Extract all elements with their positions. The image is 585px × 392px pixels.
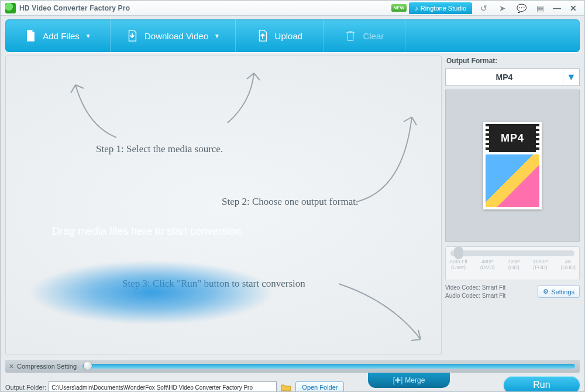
merge-button[interactable]: [✚] Merge xyxy=(368,373,450,388)
compression-thumb[interactable] xyxy=(84,362,92,370)
arrow-icon xyxy=(350,108,432,208)
new-badge: NEW xyxy=(391,4,407,12)
clear-label: Clear xyxy=(363,31,384,41)
merge-icon: [✚] xyxy=(393,376,403,384)
gear-icon: ⚙ xyxy=(543,288,549,295)
send-icon[interactable]: ➤ xyxy=(498,4,507,13)
add-files-label: Add Files xyxy=(43,31,80,41)
add-file-icon xyxy=(24,29,37,42)
drag-hint-text: Drag media files here to start conversio… xyxy=(52,225,241,238)
output-format-title: Output Format: xyxy=(445,56,580,68)
merge-label: Merge xyxy=(405,376,425,384)
mp4-thumbnail: MP4 xyxy=(483,122,542,209)
resolution-labels: Auto Fit(User) 480P(DVD) 720P(HD) 1080P(… xyxy=(449,259,576,271)
video-codec-text: Video Codec: Smart Fit xyxy=(445,284,505,292)
upload-button[interactable]: Upload xyxy=(236,19,324,52)
format-preview: MP4 xyxy=(445,90,580,242)
compression-label: Compression Setting xyxy=(17,363,82,370)
output-format-value: MP4 xyxy=(446,73,563,82)
output-panel: Output Format: MP4 ▼ MP4 Auto Fit(User) … xyxy=(445,56,580,355)
ringtone-icon: ♪ xyxy=(415,5,418,12)
run-button[interactable]: Run xyxy=(504,376,580,392)
ringtone-studio-button[interactable]: ♪ Ringtone Studio xyxy=(409,2,472,14)
open-folder-button[interactable]: Open Folder xyxy=(295,381,344,392)
upload-icon xyxy=(256,29,269,42)
compression-bar: ✕ Compression Setting xyxy=(5,360,580,373)
list-icon[interactable]: ▤ xyxy=(535,4,545,13)
main-toolbar: Add Files ▼ Download Video ▼ Upload Clea… xyxy=(5,19,580,52)
titlebar-tools: ↺ ➤ 💬 ▤ xyxy=(479,4,545,13)
ringtone-label: Ringtone Studio xyxy=(421,5,466,12)
resolution-slider[interactable]: Auto Fit(User) 480P(DVD) 720P(HD) 1080P(… xyxy=(445,246,580,280)
mp4-thumb-label: MP4 xyxy=(501,132,524,145)
resolution-track[interactable] xyxy=(450,250,574,256)
settings-button[interactable]: ⚙ Settings xyxy=(538,286,580,298)
bottom-bar: Output Folder: Open Folder [✚] Merge Run xyxy=(5,376,580,392)
browse-folder-icon[interactable] xyxy=(280,381,292,392)
add-files-button[interactable]: Add Files ▼ xyxy=(5,19,111,52)
arrow-icon xyxy=(222,67,292,126)
output-folder-label: Output Folder: xyxy=(5,384,46,391)
codec-info: Video Codec: Smart Fit Audio Codec: Smar… xyxy=(445,284,505,300)
minimize-icon[interactable]: — xyxy=(553,4,561,12)
download-icon xyxy=(126,29,139,42)
output-folder-input[interactable] xyxy=(49,381,277,392)
trash-icon xyxy=(344,29,357,42)
chevron-down-icon: ▼ xyxy=(85,33,91,39)
undo-icon[interactable]: ↺ xyxy=(479,4,488,13)
audio-codec-text: Audio Codec: Smart Fit xyxy=(445,292,505,300)
titlebar: HD Video Converter Factory Pro NEW ♪ Rin… xyxy=(1,1,584,16)
output-format-dropdown[interactable]: MP4 ▼ xyxy=(445,68,580,86)
upload-label: Upload xyxy=(275,31,303,41)
feedback-icon[interactable]: 💬 xyxy=(517,4,526,13)
compression-close-icon[interactable]: ✕ xyxy=(5,363,17,370)
settings-label: Settings xyxy=(551,288,574,295)
download-video-button[interactable]: Download Video ▼ xyxy=(111,19,236,52)
compression-slider[interactable] xyxy=(82,364,575,369)
download-video-label: Download Video xyxy=(144,31,208,41)
step1-text: Step 1: Select the media source. xyxy=(96,143,223,155)
arrow-icon xyxy=(333,278,432,348)
drop-zone[interactable]: Step 1: Select the media source. Step 2:… xyxy=(5,56,442,355)
app-logo-icon xyxy=(5,3,16,13)
step2-text: Step 2: Choose one output format. xyxy=(222,196,358,208)
drop-glow xyxy=(29,260,274,325)
chevron-down-icon: ▼ xyxy=(563,69,579,85)
arrow-icon xyxy=(58,73,128,143)
resolution-thumb[interactable] xyxy=(454,246,463,259)
close-icon[interactable]: ✕ xyxy=(569,4,577,12)
clear-button[interactable]: Clear xyxy=(324,19,405,52)
app-title: HD Video Converter Factory Pro xyxy=(19,4,130,12)
window-controls: — ✕ xyxy=(553,4,577,12)
chevron-down-icon: ▼ xyxy=(214,33,220,39)
